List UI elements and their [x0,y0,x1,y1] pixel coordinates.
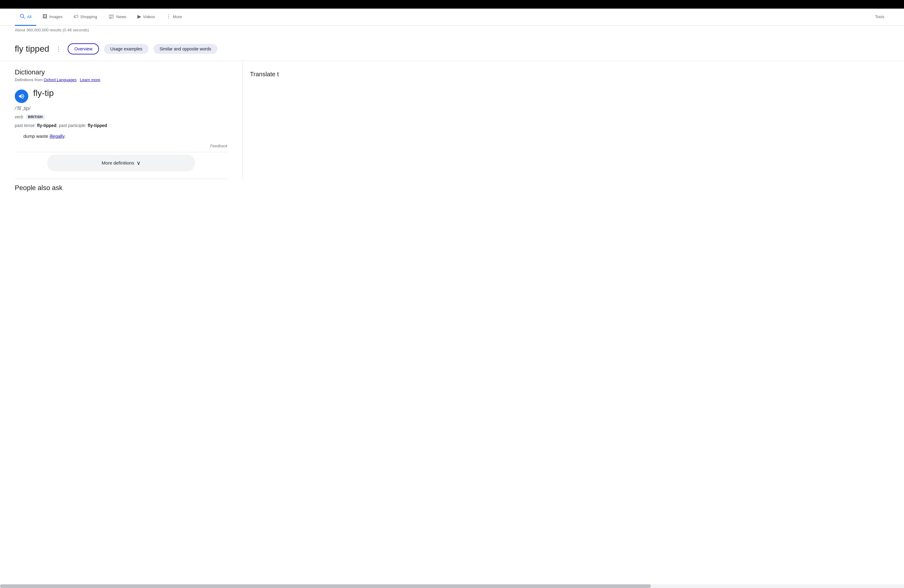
search-word-title: fly tipped [15,44,49,54]
right-column: Translate t [242,61,335,179]
more-definitions-button[interactable]: More definitions ∨ [47,155,195,171]
audio-button[interactable] [15,90,28,103]
tab-shopping-label: Shopping [80,14,97,19]
people-also-ask-title: People also ask [15,184,62,191]
chevron-down-icon: ∨ [136,160,141,166]
definition-suffix: . [64,133,65,139]
region-badge: BRITISH [26,114,44,119]
svg-line-1 [24,17,25,18]
tab-videos[interactable]: ▶ Videos [133,9,160,26]
past-participle-label: past participle: [59,123,86,128]
people-also-ask-section: People also ask [0,179,904,192]
word-menu-dots-icon[interactable]: ⋮ [54,44,63,54]
word-entry: fly-tip [15,88,228,103]
tab-images[interactable]: 🖼 Images [38,9,67,26]
learn-more-link[interactable]: Learn more [80,77,100,82]
dictionary-title: Dictionary [15,68,228,76]
feedback-link[interactable]: Feedback [210,144,228,148]
tab-more[interactable]: ⋮ More [161,9,187,26]
tab-videos-label: Videos [143,14,155,19]
part-of-speech: verb [15,114,23,119]
tab-all[interactable]: All [15,9,36,26]
past-tense-label: past tense: [15,123,36,128]
word-pronunciation: /ˈflī ˌtip/ [15,106,228,111]
tab-news[interactable]: 📰 News [103,9,131,26]
divider-below-more-defs [15,179,228,179]
videos-icon: ▶ [137,14,141,19]
results-count: About 360,000,000 results (0.48 seconds) [0,26,904,36]
search-tabs: All 🖼 Images 🏷 Shopping 📰 News ▶ Videos … [0,9,904,26]
left-column: Dictionary Definitions from Oxford Langu… [15,61,242,179]
word-pill-section: fly tipped ⋮ Overview Usage examples Sim… [0,36,904,54]
definition-text: dump waste illegally. [15,133,228,140]
tools-label: Tools [875,14,884,19]
illegally-link[interactable]: illegally [49,133,64,139]
more-definitions-label: More definitions [102,160,134,166]
search-icon [20,14,25,20]
inflections: past tense: fly-tipped; past participle:… [15,123,228,128]
dictionary-source: Definitions from Oxford Languages · Lear… [15,77,228,82]
shopping-icon: 🏷 [73,14,78,19]
tab-news-label: News [116,14,126,19]
speaker-icon [18,93,25,100]
word-headword: fly-tip [33,88,54,98]
pill-usage[interactable]: Usage examples [104,44,148,54]
tools-button[interactable]: Tools [870,9,889,26]
oxford-languages-link[interactable]: Oxford Languages [44,77,77,82]
images-icon: 🖼 [43,14,47,19]
more-dots-icon: ⋮ [166,14,171,19]
tab-shopping[interactable]: 🏷 Shopping [69,9,102,26]
past-tense-value: fly-tipped [37,123,56,128]
tab-images-label: Images [49,14,62,19]
divider-above-more-defs [15,152,228,152]
past-participle-value: fly-tipped [88,123,107,128]
feedback-row: Feedback [15,144,228,148]
pill-similar[interactable]: Similar and opposite words [153,44,217,54]
news-icon: 📰 [108,14,114,19]
dictionary-section: Dictionary Definitions from Oxford Langu… [15,61,228,179]
tab-all-label: All [27,14,32,19]
pill-overview[interactable]: Overview [68,43,99,54]
word-details: fly-tip [33,88,54,99]
translate-label: Translate t [250,71,335,78]
main-content: Dictionary Definitions from Oxford Langu… [0,61,904,179]
word-meta: verb BRITISH [15,114,228,119]
definition-prefix: dump waste [24,133,49,139]
tab-more-label: More [173,14,182,19]
top-bar [0,0,904,9]
